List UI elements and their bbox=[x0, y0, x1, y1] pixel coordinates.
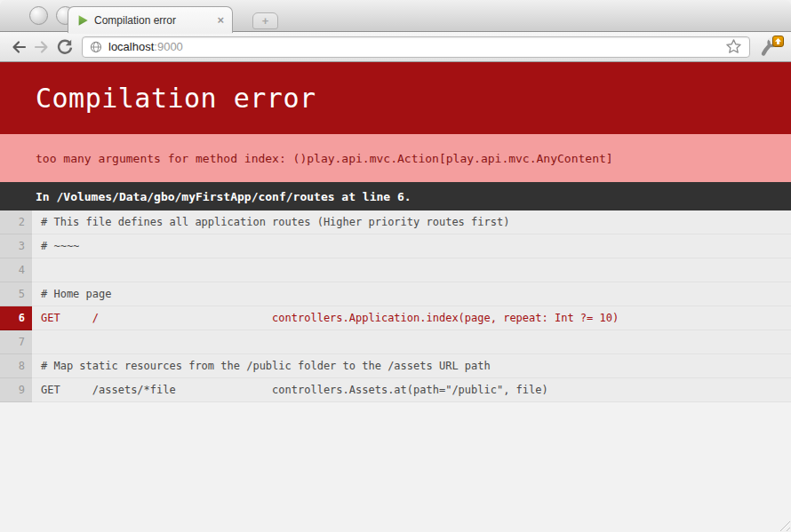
new-tab-button[interactable]: + bbox=[252, 12, 278, 29]
code-line: 3# ~~~~ bbox=[0, 234, 791, 258]
line-code bbox=[32, 258, 791, 282]
line-number: 6 bbox=[0, 306, 32, 330]
back-arrow-icon bbox=[10, 38, 28, 56]
line-number: 2 bbox=[0, 210, 32, 234]
line-number: 4 bbox=[0, 258, 32, 282]
url-port[interactable]: :9000 bbox=[154, 40, 183, 53]
play-favicon-icon bbox=[76, 14, 89, 27]
code-line: 2# This file defines all application rou… bbox=[0, 210, 791, 234]
page-title: Compilation error bbox=[36, 83, 316, 114]
line-code: # ~~~~ bbox=[32, 234, 791, 258]
line-code: # Map static resources from the /public … bbox=[32, 354, 791, 378]
line-code: GET /assets/*file controllers.Assets.at(… bbox=[32, 378, 791, 402]
line-code: # Home page bbox=[32, 282, 791, 306]
line-code: # This file defines all application rout… bbox=[32, 210, 791, 234]
bookmark-star-icon[interactable] bbox=[725, 38, 742, 55]
tab-close-icon[interactable]: × bbox=[217, 14, 224, 26]
code-line: 4 bbox=[0, 258, 791, 282]
browser-tab[interactable]: Compilation error × bbox=[68, 6, 233, 33]
browser-toolbar: localhost :9000 bbox=[0, 32, 791, 62]
browser-window: Compilation error × + bbox=[0, 0, 791, 532]
code-line: 8# Map static resources from the /public… bbox=[0, 354, 791, 378]
error-message: too many arguments for method index: ()p… bbox=[0, 134, 791, 182]
reload-button[interactable] bbox=[53, 36, 76, 59]
line-number: 5 bbox=[0, 282, 32, 306]
close-window-button[interactable] bbox=[29, 6, 48, 25]
code-line: 6GET / controllers.Application.index(pag… bbox=[0, 306, 791, 330]
line-number: 3 bbox=[0, 234, 32, 258]
menu-wrench-button[interactable] bbox=[757, 35, 784, 60]
error-location: In /Volumes/Data/gbo/myFirstApp/conf/rou… bbox=[0, 182, 791, 210]
code-line: 7 bbox=[0, 330, 791, 354]
code-line: 9GET /assets/*file controllers.Assets.at… bbox=[0, 378, 791, 402]
address-bar[interactable]: localhost :9000 bbox=[82, 36, 750, 58]
error-header: Compilation error bbox=[0, 62, 791, 134]
line-number: 8 bbox=[0, 354, 32, 378]
url-host[interactable]: localhost bbox=[108, 40, 154, 53]
tab-title: Compilation error bbox=[94, 14, 217, 27]
line-number: 7 bbox=[0, 330, 32, 354]
globe-icon bbox=[90, 41, 102, 53]
error-page: Compilation error too many arguments for… bbox=[0, 62, 791, 532]
update-badge-icon bbox=[772, 36, 784, 47]
line-code: GET / controllers.Application.index(page… bbox=[32, 306, 791, 330]
line-number: 9 bbox=[0, 378, 32, 402]
reload-icon bbox=[56, 38, 74, 56]
code-line: 5# Home page bbox=[0, 282, 791, 306]
page-background bbox=[0, 402, 791, 532]
line-code bbox=[32, 330, 791, 354]
source-listing: 2# This file defines all application rou… bbox=[0, 210, 791, 402]
forward-arrow-icon bbox=[33, 38, 51, 56]
forward-button[interactable] bbox=[30, 36, 53, 59]
back-button[interactable] bbox=[7, 36, 30, 59]
tab-strip: Compilation error × + bbox=[0, 0, 791, 32]
